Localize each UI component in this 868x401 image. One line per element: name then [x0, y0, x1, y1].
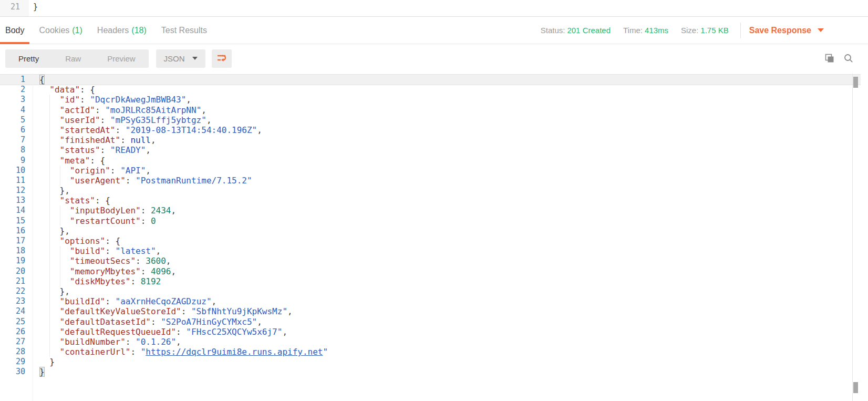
code-text: "stats": {	[25, 196, 861, 205]
code-text: "finishedAt": null,	[25, 135, 861, 145]
indent-guide	[49, 176, 50, 186]
code-text: "inputBodyLen": 2434,	[25, 205, 861, 215]
indent-guide	[49, 266, 50, 276]
view-mode-switch: PrettyRawPreview	[5, 49, 149, 68]
code-line: 21 "diskMbytes": 8192	[0, 276, 861, 286]
indent-guide	[49, 317, 50, 327]
code-text: "memoryMbytes": 4096,	[25, 266, 861, 276]
container-url-link[interactable]: https://dqclr9uimi8e.runs.apify.net	[146, 347, 323, 357]
time-pair: Time:413ms	[623, 26, 668, 35]
indent-guide	[49, 135, 50, 145]
indent-guide	[49, 286, 50, 296]
time-label: Time:	[623, 26, 643, 35]
chevron-down-icon	[818, 28, 824, 32]
code-line: 27 "buildNumber": "0.1.26",	[0, 337, 861, 347]
format-dropdown[interactable]: JSON	[156, 49, 205, 68]
code-text: }	[25, 357, 861, 367]
response-body-viewer[interactable]: 1{2 "data": {3 "id": "DqcrDkAwegJmBWB43"…	[0, 74, 868, 401]
code-text: "data": {	[25, 85, 861, 95]
size-value: 1.75 KB	[700, 26, 728, 35]
line-number: 5	[0, 115, 25, 125]
code-line: 22 },	[0, 286, 861, 296]
code-line: 10 "origin": "API",	[0, 166, 861, 176]
line-number: 20	[0, 266, 25, 276]
save-response-button[interactable]: Save Response	[749, 26, 824, 35]
code-line: 3 "id": "DqcrDkAwegJmBWB43",	[0, 95, 861, 105]
code-text: },	[25, 226, 861, 236]
size-pair: Size:1.75 KB	[681, 26, 729, 35]
line-number: 13	[0, 196, 25, 205]
line-number: 15	[0, 216, 25, 226]
code-line: 2 "data": {	[0, 85, 861, 95]
tab-label: Cookies	[39, 26, 69, 35]
indent-guide	[49, 246, 50, 256]
tab-label: Body	[5, 26, 24, 35]
response-tab-test-results[interactable]: Test Results	[156, 17, 212, 44]
code-text: "userId": "mPSyG35Lffj5ybtgz",	[25, 115, 861, 125]
view-toggle-pretty[interactable]: Pretty	[5, 49, 52, 68]
copy-button[interactable]	[824, 53, 835, 64]
code-text: },	[25, 186, 861, 196]
code-text: "build": "latest",	[25, 246, 861, 256]
editor-line-number: 21	[0, 0, 29, 16]
indent-guide	[49, 276, 50, 286]
tab-label: Headers	[97, 26, 129, 35]
response-tab-body[interactable]: Body	[0, 17, 29, 44]
code-line: 24 "defaultKeyValueStoreId": "SbfNhtYu9j…	[0, 306, 861, 316]
indent-guide	[60, 276, 60, 286]
indent-guide	[60, 266, 60, 276]
line-number: 19	[0, 256, 25, 266]
line-number: 7	[0, 135, 25, 145]
line-number: 8	[0, 145, 25, 155]
code-line: 15 "restartCount": 0	[0, 216, 861, 226]
status-label: Status:	[541, 26, 565, 35]
code-text: "defaultDatasetId": "S2PoA7HinGyCYMxc5",	[25, 317, 861, 327]
size-label: Size:	[681, 26, 698, 35]
indent-guide	[49, 95, 50, 105]
code-text: "startedAt": "2019-08-13T14:54:40.196Z",	[25, 125, 861, 135]
scrollbar-track	[852, 74, 853, 401]
request-body-editor[interactable]: 21 }	[0, 0, 868, 17]
search-button[interactable]	[843, 53, 854, 64]
line-number: 16	[0, 226, 25, 236]
code-text: {	[25, 75, 861, 85]
line-number: 17	[0, 236, 25, 246]
response-tabs: BodyCookies(1)Headers(18)Test Results	[0, 17, 216, 44]
indent-guide	[49, 236, 50, 246]
code-text: "meta": {	[25, 156, 861, 166]
chevron-down-icon	[192, 57, 198, 60]
wrap-text-button[interactable]	[212, 49, 232, 68]
code-text: "diskMbytes": 8192	[25, 276, 861, 286]
line-number: 4	[0, 105, 25, 115]
status-value: 201 Created	[567, 26, 611, 35]
indent-guide	[49, 296, 50, 306]
code-text: "status": "READY",	[25, 145, 861, 155]
body-scrollbar-thumb[interactable]	[853, 77, 858, 88]
response-tab-headers[interactable]: Headers(18)	[92, 17, 152, 44]
indent-guide	[49, 347, 50, 357]
indent-guide	[49, 166, 50, 176]
response-view-toolbar: PrettyRawPreview JSON	[0, 44, 868, 73]
response-tab-cookies[interactable]: Cookies(1)	[34, 17, 87, 44]
code-line: 12 },	[0, 186, 861, 196]
indent-guide	[49, 216, 50, 226]
time-value: 413ms	[645, 26, 668, 35]
code-text: "id": "DqcrDkAwegJmBWB43",	[25, 95, 861, 105]
tab-count-badge: (18)	[131, 26, 146, 35]
code-line: 16 },	[0, 226, 861, 236]
view-toggle-preview[interactable]: Preview	[94, 49, 148, 68]
indent-guide	[49, 156, 50, 166]
code-line: 20 "memoryMbytes": 4096,	[0, 266, 861, 276]
indent-guide	[60, 246, 60, 256]
wrap-text-icon	[216, 53, 228, 64]
code-line: 9 "meta": {	[0, 156, 861, 166]
line-number: 22	[0, 286, 25, 296]
indent-guide	[49, 145, 50, 155]
response-tabbar: BodyCookies(1)Headers(18)Test Results St…	[0, 17, 868, 44]
save-response-label: Save Response	[749, 26, 811, 35]
view-toggle-raw[interactable]: Raw	[52, 49, 94, 68]
line-number: 18	[0, 246, 25, 256]
editor-code-line[interactable]: }	[29, 0, 868, 16]
page-scrollbar-thumb[interactable]	[853, 382, 858, 393]
code-text: "buildId": "aaXrnHeCqoZAGDzuz",	[25, 296, 861, 306]
